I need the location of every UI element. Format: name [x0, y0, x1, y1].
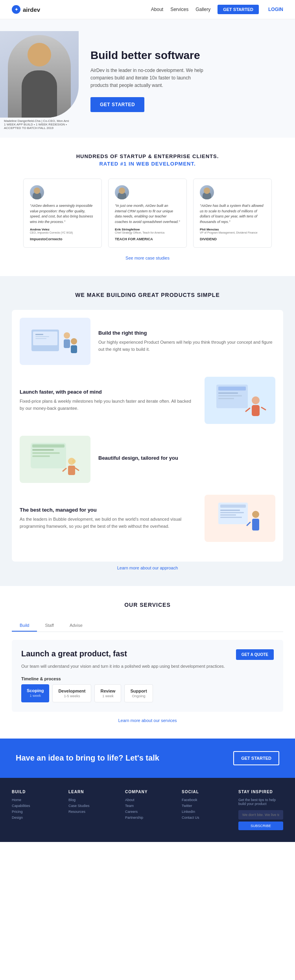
get-quote-button[interactable]: GET A QUOTE	[236, 649, 274, 660]
timeline-step-review[interactable]: Review 1 week	[94, 684, 121, 702]
footer-link-build-2[interactable]: Pricing	[12, 810, 57, 814]
footer-grid: BUILD Home Capabilities Pricing Design L…	[12, 790, 283, 830]
nav-services[interactable]: Services	[170, 7, 188, 12]
footer-col-title-inspired: STAY INSPIRED	[238, 790, 283, 794]
feature-row-0: Build the right thing Our highly experie…	[20, 318, 275, 365]
footer-link-learn-0[interactable]: Blog	[68, 798, 113, 802]
footer-subscribe-button[interactable]: SUBSCRIBE	[238, 822, 283, 830]
feature-illustration-2	[20, 436, 90, 483]
testimonial-card-0: "AirDev delivers a seemingly impossible …	[23, 179, 102, 248]
svg-rect-15	[252, 405, 260, 416]
feature-illustration-3	[205, 495, 275, 542]
we-make-section: WE MAKE BUILDING GREAT PRODUCTS SIMPLE	[0, 276, 295, 586]
footer-link-social-2[interactable]: LinkedIn	[182, 810, 227, 814]
step-name-0: Scoping	[27, 688, 44, 693]
hero-title: Build better software	[90, 49, 271, 62]
footer-col-inspired: STAY INSPIRED Get the best tips to help …	[238, 790, 283, 830]
footer-col-learn: LEARN Blog Case Studies Resources	[68, 790, 113, 830]
footer-link-company-2[interactable]: Careers	[125, 810, 170, 814]
svg-line-16	[246, 408, 250, 411]
svg-point-14	[252, 396, 260, 404]
services-main-title: Launch a great product, fast	[21, 649, 228, 658]
testimonial-avatar-1	[115, 185, 129, 199]
testimonial-name-0: Andrea Velez	[30, 228, 95, 231]
svg-rect-2	[35, 334, 43, 335]
footer-link-company-1[interactable]: Team	[125, 804, 170, 808]
tab-build[interactable]: Build	[12, 620, 37, 632]
we-make-title: WE MAKE BUILDING GREAT PRODUCTS SIMPLE	[12, 292, 283, 298]
timeline-step-development[interactable]: Development 1-5 weeks	[52, 684, 91, 702]
hero-person-illustration	[8, 35, 71, 118]
services-tabs: Build Staff Advise	[12, 620, 283, 632]
nav-login-button[interactable]: LOGIN	[268, 7, 283, 12]
testimonial-name-1: Erik Stringfellow	[115, 228, 180, 231]
footer-link-social-0[interactable]: Facebook	[182, 798, 227, 802]
svg-rect-21	[32, 452, 60, 454]
footer-link-learn-2[interactable]: Resources	[68, 810, 113, 814]
footer-newsletter-input[interactable]	[238, 810, 283, 820]
logo-icon: ✦	[12, 5, 20, 14]
hero-cta-button[interactable]: GET STARTED	[90, 97, 144, 112]
brand-name: airdev	[23, 6, 40, 13]
footer-link-company-3[interactable]: Partnership	[125, 816, 170, 820]
tab-advise[interactable]: Advise	[62, 620, 90, 632]
step-dur-1: 1-5 weeks	[58, 694, 85, 698]
testimonial-card-1: "In just one month, AirDev built an inte…	[108, 179, 187, 248]
nav-get-started-button[interactable]: GET STARTED	[218, 5, 259, 14]
cta-banner-button[interactable]: GET STARTED	[233, 751, 279, 765]
timeline-step-support[interactable]: Support Ongoing	[124, 684, 153, 702]
svg-rect-6	[64, 339, 70, 348]
svg-line-26	[75, 468, 79, 470]
step-dur-0: 1 week	[27, 694, 44, 698]
svg-rect-13	[218, 398, 234, 399]
footer-col-build: BUILD Home Capabilities Pricing Design	[12, 790, 57, 830]
footer-link-company-0[interactable]: About	[125, 798, 170, 802]
svg-rect-24	[68, 466, 75, 475]
footer-inspired-desc: Get the best tips to help build your pro…	[238, 798, 283, 806]
footer-link-learn-1[interactable]: Case Studies	[68, 804, 113, 808]
tab-staff[interactable]: Staff	[37, 620, 61, 632]
nav-gallery[interactable]: Gallery	[195, 7, 210, 12]
feature-content-1: Launch faster, with peace of mind Fixed-…	[20, 389, 197, 412]
feature-row-1: Launch faster, with peace of mind Fixed-…	[20, 377, 275, 424]
footer-link-build-3[interactable]: Design	[12, 816, 57, 820]
learn-more-services-link[interactable]: Learn more about our services	[12, 718, 283, 723]
feature-svg-3	[212, 499, 267, 538]
nav-about[interactable]: About	[151, 7, 163, 12]
footer-col-title-social: SOCIAL	[182, 790, 227, 794]
testimonial-role-0: CEO, Impuesto Correcto (YC W18)	[30, 231, 95, 234]
svg-rect-29	[220, 505, 246, 508]
feature-content-2: Beautiful design, tailored for you	[98, 455, 275, 464]
learn-more-approach-link[interactable]: Learn more about our approach	[12, 566, 283, 570]
footer-link-social-3[interactable]: Contact Us	[182, 816, 227, 820]
see-more-link[interactable]: See more case studies	[12, 256, 283, 260]
social-proof-title: HUNDREDS OF STARTUP & ENTERPRISE CLIENTS…	[12, 153, 283, 159]
testimonial-avatar-2	[200, 185, 214, 199]
feature-title-2: Beautiful design, tailored for you	[98, 455, 275, 461]
feature-content-0: Build the right thing Our highly experie…	[98, 330, 275, 353]
svg-line-25	[63, 468, 66, 471]
svg-rect-3	[35, 336, 49, 337]
testimonial-text-1: "In just one month, AirDev built an inte…	[115, 203, 180, 225]
svg-rect-11	[218, 392, 238, 394]
svg-rect-4	[35, 338, 46, 339]
testimonial-avatar-0	[30, 185, 44, 199]
navbar: ✦ airdev About Services Gallery GET STAR…	[0, 0, 295, 19]
feature-content-3: The best tech, managed for you As the le…	[20, 507, 197, 530]
hero-image-wrap: Madeline Dangerfield-Cha | Co-CEO, Mon A…	[0, 31, 79, 130]
svg-point-7	[71, 338, 77, 344]
footer-link-build-1[interactable]: Capabilities	[12, 804, 57, 808]
testimonials-container: "AirDev delivers a seemingly impossible …	[12, 179, 283, 248]
footer-col-company: COMPANY About Team Careers Partnership	[125, 790, 170, 830]
step-dur-3: Ongoing	[130, 694, 147, 698]
svg-point-27	[72, 459, 76, 463]
logo[interactable]: ✦ airdev	[12, 5, 40, 14]
timeline-step-scoping[interactable]: Scoping 1 week	[21, 684, 49, 702]
feature-svg-2	[28, 440, 83, 479]
footer-link-social-1[interactable]: Twitter	[182, 804, 227, 808]
feature-illustration-0	[20, 318, 90, 365]
cta-banner-section: Have an idea to bring to life? Let's tal…	[0, 739, 295, 778]
footer-link-build-0[interactable]: Home	[12, 798, 57, 802]
svg-rect-22	[32, 455, 50, 457]
hero-section: Madeline Dangerfield-Cha | Co-CEO, Mon A…	[0, 19, 295, 138]
